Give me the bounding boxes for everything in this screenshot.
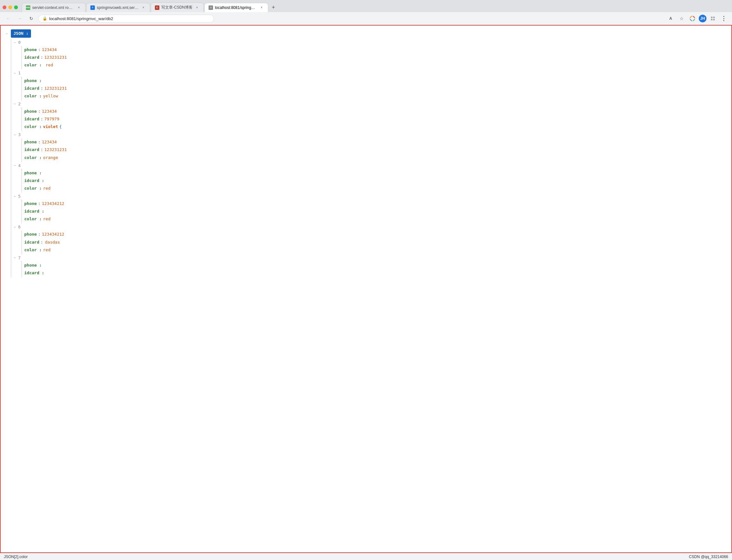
item-5-color-key: color : [24,216,42,223]
item-3-index: 3 [18,131,21,138]
browser-chrome: XML servlet-context.xml root-cont... × ≡… [0,0,732,25]
traffic-lights [3,5,18,9]
tab-4[interactable]: ⊙ localhost:8081/springmvc_wa... × [204,3,268,12]
item-0-index: 0 [18,39,21,46]
svg-rect-3 [711,19,713,20]
address-bar[interactable]: 🔒 localhost:8081/springmvc_war/db2 [38,15,214,23]
tab-1-favicon: XML [26,5,30,10]
item-6-idcard-value: dasdas [45,239,60,246]
item-5-props: phone : 123434212 idcard : color : red [21,200,726,223]
item-4-color-row: color : red [24,185,726,192]
item-6-color-key: color : [24,246,42,254]
item-0-color-row: color : red [24,61,726,69]
json-item-2: − 2 phone : 123434 idcard : 797979 color… [14,101,726,131]
item-3-phone-value: 123434 [42,139,57,146]
tab-1-close[interactable]: × [76,5,81,10]
color-wheel-icon[interactable] [688,14,697,23]
item-4-color-value: red [43,185,50,192]
new-tab-button[interactable]: + [269,3,278,12]
item-1-phone-row: phone : [24,77,726,85]
json-root-label[interactable]: JSON : [11,29,31,38]
item-4-header: − 4 [14,162,726,169]
item-7-collapse[interactable]: − [14,255,16,261]
item-4-index: 4 [18,162,21,169]
item-3-collapse[interactable]: − [14,132,16,138]
traffic-light-yellow[interactable] [8,5,12,9]
refresh-button[interactable]: ↻ [27,14,36,23]
tab-2[interactable]: ≡ springmvcweb.xml,servlet-co... × [86,3,150,12]
item-5-collapse[interactable]: − [14,194,16,199]
item-7-header: − 7 [14,254,726,261]
item-1-index: 1 [18,70,21,77]
item-2-index: 2 [18,101,21,108]
tab-3-label: 写文章-CSDN博客 [161,5,192,10]
tab-4-favicon: ⊙ [208,5,213,10]
json-item-5: − 5 phone : 123434212 idcard : color : r… [14,193,726,223]
svg-rect-4 [713,19,715,20]
item-6-index: 6 [18,223,21,231]
item-4-collapse[interactable]: − [14,163,16,168]
traffic-light-green[interactable] [14,5,18,9]
item-7-phone-key: phone : [24,262,42,269]
profile-icon[interactable]: JH [699,15,706,22]
item-2-props: phone : 123434 idcard : 797979 color : v… [21,108,726,131]
translate-icon[interactable]: A [666,14,675,23]
item-5-idcard-row: idcard : [24,208,726,215]
svg-rect-1 [711,17,713,18]
star-icon[interactable]: ☆ [677,14,686,23]
root-collapse-btn[interactable]: − [6,31,8,36]
item-2-collapse[interactable]: − [14,101,16,107]
json-item-6: − 6 phone : 123434212 idcard : dasdas co… [14,223,726,254]
tab-2-close[interactable]: × [141,5,146,10]
item-3-idcard-row: idcard : 123231231 [24,146,726,154]
tab-1[interactable]: XML servlet-context.xml root-cont... × [22,3,86,12]
item-6-phone-value: 123434212 [42,231,64,238]
item-7-props: phone : idcard : [21,261,726,277]
item-3-color-key: color : [24,154,42,161]
item-7-idcard-row: idcard : [24,269,726,277]
item-2-phone-key: phone [24,108,37,115]
item-1-idcard-row: idcard : 123231231 [24,85,726,92]
json-item-7: − 7 phone : idcard : [14,254,726,277]
menu-icon[interactable]: ⋮ [719,14,728,23]
item-4-idcard-row: idcard : [24,177,726,185]
item-2-idcard-value: 797979 [44,116,59,123]
item-2-color-key: color : [24,123,42,130]
item-2-header: − 2 [14,101,726,108]
item-6-idcard-row: idcard : dasdas [24,238,726,246]
item-5-header: − 5 [14,193,726,200]
item-1-phone-key: phone : [24,77,42,84]
back-button[interactable]: ← [4,14,13,23]
item-0-header: − 0 [14,39,726,46]
item-2-idcard-key: idcard [24,116,39,123]
item-6-idcard-key: idcard [24,239,39,246]
item-0-phone-value: 123434 [42,46,57,53]
extension-icon[interactable] [708,14,717,23]
item-2-phone-value: 123434 [42,108,57,115]
traffic-light-red[interactable] [3,5,6,9]
item-6-collapse[interactable]: − [14,224,16,230]
tab-2-label: springmvcweb.xml,servlet-co... [97,5,139,10]
item-3-header: − 3 [14,131,726,138]
item-1-collapse[interactable]: − [14,71,16,76]
item-2-color-value: violet [43,123,58,130]
item-5-idcard-key: idcard : [24,208,44,215]
item-6-header: − 6 [14,223,726,231]
item-0-collapse[interactable]: − [14,40,16,45]
item-4-color-key: color : [24,185,42,192]
address-text: localhost:8081/springmvc_war/db2 [49,16,113,21]
json-item-1: − 1 phone : idcard : 123231231 color : y… [14,70,726,100]
item-3-color-value: orange [43,154,58,161]
item-3-idcard-value: 123231231 [44,146,67,153]
tab-3-close[interactable]: × [194,5,200,10]
tab-4-close[interactable]: × [259,5,264,10]
item-3-props: phone : 123434 idcard : 123231231 color … [21,138,726,161]
item-1-color-row: color : yellow [24,92,726,100]
item-2-idcard-row: idcard : 797979 [24,115,726,123]
tab-3[interactable]: C 写文章-CSDN博客 × [151,3,204,12]
forward-button[interactable]: → [15,14,24,23]
svg-rect-2 [713,17,715,18]
item-0-phone-row: phone : 123434 [24,46,726,54]
item-1-idcard-key: idcard [24,85,39,92]
item-4-phone-row: phone : [24,169,726,177]
